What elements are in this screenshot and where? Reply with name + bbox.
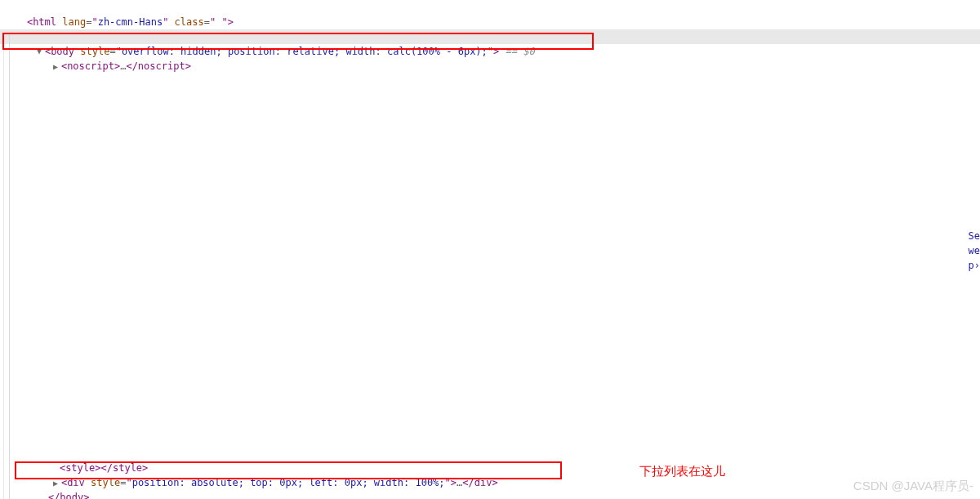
annotation-label: 下拉列表在这儿 [639,464,725,479]
dom-node-style[interactable]: <style></style> [0,446,980,461]
watermark-text: CSDN @JAVA程序员- [853,479,973,494]
side-cut-line: p› [969,258,980,273]
dom-node-head[interactable]: ▶<head>…</head> [0,15,980,29]
dom-node-div[interactable]: ▶<div style="position: absolute; top: 0p… [0,461,980,475]
side-cut-line: we [969,243,980,258]
tree-spacer [0,59,980,446]
dom-node-noscript[interactable]: ▶<noscript>…</noscript> [0,44,980,59]
dom-tree-panel: <html lang="zh-cmn-Hans" class=" "> ▶<he… [0,0,980,499]
tree-guide-line [0,33,10,499]
side-panel-cut: Se we p› [969,229,980,273]
expand-arrow-icon[interactable]: ▶ [53,60,61,74]
side-cut-line: Se [969,229,980,243]
dom-node-html[interactable]: <html lang="zh-cmn-Hans" class=" "> [0,0,980,15]
dom-node-body[interactable]: ▼<body style="overflow: hidden; position… [0,29,980,44]
dom-node-body-close[interactable]: </body> [0,475,980,490]
